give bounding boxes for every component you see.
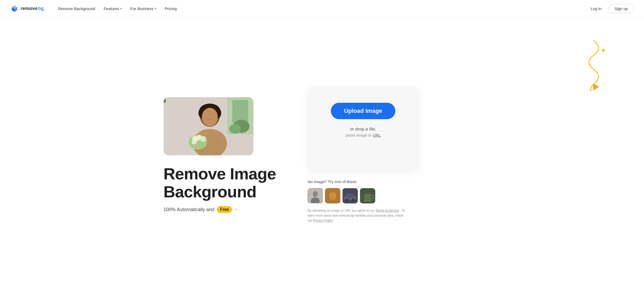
signup-button[interactable]: Sign up: [609, 4, 633, 13]
svg-point-21: [200, 136, 206, 142]
svg-rect-36: [364, 193, 371, 200]
logo-icon: [11, 4, 18, 12]
login-button[interactable]: Log in: [585, 4, 607, 13]
thumbnail-cat[interactable]: [325, 188, 340, 203]
logo-remove-text: remove: [21, 6, 38, 11]
badge-dot: •: [235, 207, 237, 213]
features-chevron-icon: ▾: [120, 7, 122, 10]
for-business-chevron-icon: ▾: [155, 7, 156, 10]
svg-rect-37: [363, 200, 372, 201]
nav-remove-background[interactable]: Remove Background: [54, 4, 99, 13]
play-arrow-icon: [593, 83, 599, 91]
nav-links: Remove Background Features ▾ For Busines…: [54, 4, 585, 13]
thumbnail-person[interactable]: [308, 188, 323, 203]
hero-section: Remove Image Background 100% Automatical…: [0, 17, 644, 293]
tos-link[interactable]: Terms of Service: [376, 209, 399, 212]
svg-point-15: [202, 108, 218, 126]
logo-bg-text: bg: [38, 6, 44, 11]
no-image-label: No image? Try one of these:: [308, 179, 419, 184]
hero-photo-svg: [164, 97, 253, 155]
thumbnail-cup[interactable]: [360, 188, 375, 203]
thumbnail-row: [308, 188, 419, 203]
svg-rect-32: [346, 193, 354, 198]
nav-pricing[interactable]: Pricing: [161, 4, 180, 13]
free-badge: Free: [217, 206, 232, 213]
hero-right: Upload Image or drop a file, paste image…: [308, 87, 419, 224]
svg-point-22: [192, 140, 196, 145]
privacy-link[interactable]: Privacy Policy: [313, 219, 333, 222]
svg-point-34: [352, 199, 355, 201]
paste-url-label: paste image or URL: [345, 133, 381, 137]
svg-point-4: [602, 49, 605, 52]
nav-features[interactable]: Features ▾: [100, 4, 126, 13]
samples-section: No image? Try one of these:: [308, 179, 419, 203]
hero-heading: Remove Image Background: [164, 165, 276, 201]
upload-card: Upload Image or drop a file, paste image…: [308, 87, 419, 171]
hero-left: Remove Image Background 100% Automatical…: [164, 97, 276, 213]
navigation: remove bg Remove Background Features ▾ F…: [0, 0, 644, 17]
thumbnail-car[interactable]: [342, 188, 358, 203]
hero-subtext: 100% Automatically and Free •: [164, 206, 276, 213]
logo[interactable]: remove bg: [11, 4, 44, 12]
nav-auth: Log in Sign up: [585, 4, 633, 13]
hero-content: Remove Image Background 100% Automatical…: [164, 87, 481, 224]
svg-point-24: [313, 191, 318, 197]
url-link[interactable]: URL: [373, 133, 381, 137]
svg-rect-10: [164, 97, 166, 103]
svg-point-9: [229, 124, 241, 134]
svg-point-33: [346, 199, 348, 201]
nav-for-business[interactable]: For Business ▾: [127, 4, 160, 13]
hero-photo: [164, 97, 253, 155]
drop-label: or drop a file,: [350, 127, 376, 132]
upload-image-button[interactable]: Upload Image: [331, 103, 395, 119]
svg-point-27: [329, 192, 336, 200]
tos-text: By uploading an image or URL you agree t…: [308, 208, 408, 224]
